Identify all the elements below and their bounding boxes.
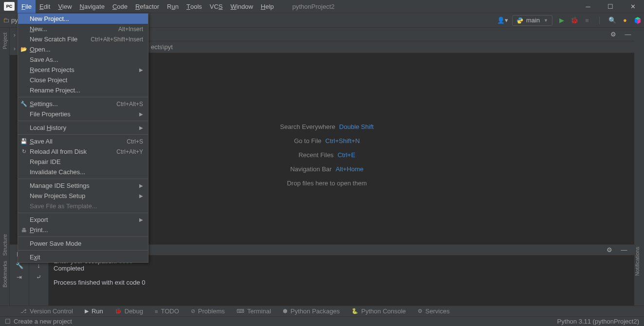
menu-help[interactable]: Help bbox=[257, 0, 278, 13]
menu-item-export[interactable]: Export▶ bbox=[18, 215, 148, 225]
menu-edit[interactable]: Edit bbox=[36, 0, 54, 13]
python-icon bbox=[516, 17, 523, 24]
menu-navigate[interactable]: Navigate bbox=[76, 0, 109, 13]
menu-code[interactable]: Code bbox=[109, 0, 131, 13]
path-fragment: ects\pyt bbox=[151, 43, 173, 51]
menu-window[interactable]: Window bbox=[227, 0, 257, 13]
soft-wrap-icon[interactable]: ⤶ bbox=[33, 271, 45, 283]
ide-updates-icon[interactable]: ● bbox=[619, 14, 631, 27]
status-bar: ☐ Create a new project Python 3.11 (pyth… bbox=[0, 316, 644, 326]
run-settings-icon[interactable]: ⚙ bbox=[603, 244, 616, 256]
add-user-icon[interactable]: 👤▾ bbox=[497, 14, 509, 27]
tool-python-packages[interactable]: ⬢Python Packages bbox=[277, 306, 346, 317]
menu-item-new[interactable]: New...Alt+Insert bbox=[18, 24, 148, 34]
tool-version-control[interactable]: ⎇Version Control bbox=[15, 306, 79, 317]
minimize-button[interactable]: ─ bbox=[577, 0, 599, 13]
console-line: Process finished with exit code 0 bbox=[54, 279, 629, 286]
tool-terminal[interactable]: ⌨Terminal bbox=[231, 306, 277, 317]
stop-button[interactable]: ■ bbox=[581, 14, 593, 27]
menu-run[interactable]: Run bbox=[163, 0, 183, 13]
tool-problems[interactable]: ⊘Problems bbox=[185, 306, 231, 317]
jetbrains-toolbox-icon[interactable] bbox=[631, 14, 644, 27]
debug-button[interactable]: 🐞 bbox=[568, 14, 581, 27]
menu-tools[interactable]: Tools bbox=[183, 0, 206, 13]
status-icon[interactable]: ☐ bbox=[5, 318, 11, 325]
menu-item-close-project[interactable]: Close Project bbox=[18, 75, 148, 85]
menu-item-rename-project[interactable]: Rename Project... bbox=[18, 85, 148, 95]
menu-item-repair-ide[interactable]: Repair IDE bbox=[18, 157, 148, 167]
menu-refactor[interactable]: Refactor bbox=[131, 0, 163, 13]
menu-item-file-properties[interactable]: File Properties▶ bbox=[18, 109, 148, 119]
menu-item-settings[interactable]: 🔧Settings...Ctrl+Alt+S bbox=[18, 99, 148, 109]
interpreter-label[interactable]: Python 3.11 (pythonProject2) bbox=[557, 318, 639, 325]
chevron-down-icon: ▼ bbox=[544, 18, 548, 23]
menu-item-recent-projects[interactable]: Recent Projects▶ bbox=[18, 65, 148, 75]
run-config-selector[interactable]: main ▼ bbox=[512, 15, 552, 26]
titlebar: PC FileEditViewNavigateCodeRefactorRunTo… bbox=[0, 0, 644, 13]
gear-icon[interactable]: ⚙ bbox=[607, 28, 620, 41]
tool-run[interactable]: ▶Run bbox=[79, 306, 109, 317]
tool-python-console[interactable]: 🐍Python Console bbox=[346, 306, 412, 317]
menu-item-local-history[interactable]: Local History▶ bbox=[18, 123, 148, 133]
menu-item-save-file-as-template: Save File as Template... bbox=[18, 201, 148, 211]
menu-vcs[interactable]: VCS bbox=[206, 0, 227, 13]
tool-services[interactable]: ⚙Services bbox=[412, 306, 456, 317]
app-logo: PC bbox=[4, 2, 15, 11]
breadcrumb[interactable]: 🗀 py bbox=[3, 17, 18, 24]
menu-item-save-as[interactable]: Save As... bbox=[18, 54, 148, 65]
bottom-toolbar: ⎇Version Control▶Run🐞Debug≡TODO⊘Problems… bbox=[0, 306, 644, 316]
menu-item-print[interactable]: 🖶Print... bbox=[18, 225, 148, 235]
menu-item-new-project[interactable]: New Project... bbox=[18, 14, 148, 24]
menu-item-open[interactable]: 📂Open... bbox=[18, 44, 148, 54]
menu-item-save-all[interactable]: 💾Save AllCtrl+S bbox=[18, 136, 148, 146]
menubar: FileEditViewNavigateCodeRefactorRunTools… bbox=[18, 0, 278, 13]
close-button[interactable]: ✕ bbox=[622, 0, 644, 13]
structure-tool[interactable]: Structure bbox=[2, 234, 8, 256]
menu-file[interactable]: File bbox=[18, 0, 36, 13]
menu-item-manage-ide-settings[interactable]: Manage IDE Settings▶ bbox=[18, 181, 148, 191]
bookmarks-tool[interactable]: Bookmarks bbox=[2, 261, 8, 288]
left-tool-strip: Project Structure Bookmarks bbox=[0, 28, 10, 306]
menu-item-power-save-mode[interactable]: Power Save Mode bbox=[18, 238, 148, 249]
run-button[interactable]: ▶ bbox=[555, 14, 568, 27]
file-menu-dropdown: New Project...New...Alt+InsertNew Scratc… bbox=[18, 13, 148, 263]
tool-todo[interactable]: ≡TODO bbox=[149, 306, 185, 317]
console-line: Completed bbox=[54, 265, 629, 272]
hide-run-icon[interactable]: — bbox=[618, 244, 630, 256]
status-message: Create a new project bbox=[14, 318, 72, 325]
search-icon[interactable]: 🔍 bbox=[606, 14, 619, 27]
right-tool-strip: Notifications bbox=[634, 28, 644, 306]
maximize-button[interactable]: ☐ bbox=[599, 0, 622, 13]
hide-icon[interactable]: — bbox=[622, 28, 634, 41]
menu-view[interactable]: View bbox=[54, 0, 75, 13]
menu-item-new-scratch-file[interactable]: New Scratch FileCtrl+Alt+Shift+Insert bbox=[18, 34, 148, 44]
breadcrumb-label: py bbox=[11, 17, 18, 24]
run-config-name: main bbox=[526, 17, 540, 24]
step-icon[interactable]: ⇥ bbox=[13, 271, 26, 283]
folder-icon: 🗀 bbox=[3, 17, 9, 24]
tool-debug[interactable]: 🐞Debug bbox=[109, 306, 149, 317]
divider: │ bbox=[593, 14, 606, 27]
notifications-tool[interactable]: Notifications bbox=[634, 247, 640, 276]
menu-item-reload-all-from-disk[interactable]: ↻Reload All from DiskCtrl+Alt+Y bbox=[18, 146, 148, 157]
project-tool[interactable]: Project bbox=[2, 33, 8, 49]
project-name: pythonProject2 bbox=[293, 3, 335, 10]
menu-item-new-projects-setup[interactable]: New Projects Setup▶ bbox=[18, 191, 148, 201]
menu-item-invalidate-caches[interactable]: Invalidate Caches... bbox=[18, 167, 148, 177]
menu-item-exit[interactable]: Exit bbox=[18, 252, 148, 262]
